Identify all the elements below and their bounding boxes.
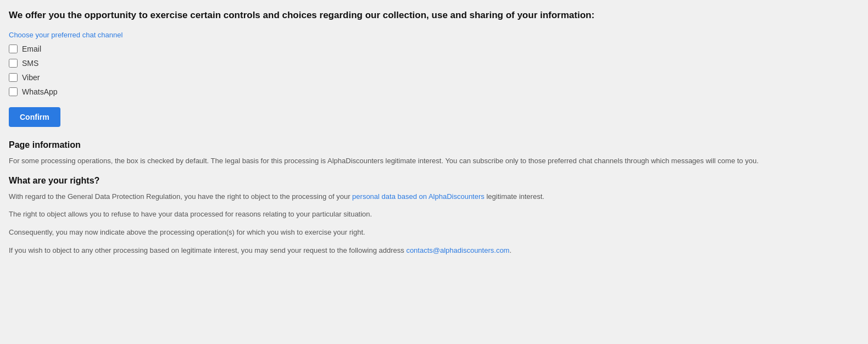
rights-text-4: If you wish to object to any other proce…: [9, 245, 859, 257]
confirm-button[interactable]: Confirm: [9, 107, 60, 127]
checkbox-email[interactable]: Email: [9, 45, 859, 53]
page-info-text-content: For some processing operations, the box …: [9, 157, 759, 165]
checkbox-email-input[interactable]: [9, 45, 18, 53]
rights-text-4-end: .: [509, 246, 511, 254]
page-info-text: For some processing operations, the box …: [9, 156, 859, 167]
rights-text-2: The right to object allows you to refuse…: [9, 209, 859, 220]
checkbox-whatsapp-input[interactable]: [9, 87, 18, 96]
rights-title: What are your rights?: [9, 176, 859, 186]
rights-text-4-part1: If you wish to object to any other proce…: [9, 246, 404, 254]
checkbox-whatsapp[interactable]: WhatsApp: [9, 87, 859, 96]
checkbox-sms-label: SMS: [22, 59, 38, 68]
main-heading: We offer you the opportunity to exercise…: [9, 9, 859, 22]
checkbox-viber[interactable]: Viber: [9, 73, 859, 82]
rights-text-1-highlight: personal data based on: [352, 192, 427, 201]
checkbox-sms[interactable]: SMS: [9, 59, 859, 68]
checkbox-whatsapp-label: WhatsApp: [22, 87, 58, 96]
checkbox-group: Email SMS Viber WhatsApp: [9, 45, 859, 96]
checkbox-viber-input[interactable]: [9, 73, 18, 82]
rights-email-link[interactable]: contacts@alphadiscounters.com: [406, 246, 509, 254]
checkbox-sms-input[interactable]: [9, 59, 18, 68]
checkbox-viber-label: Viber: [22, 73, 40, 82]
choose-channel-label: Choose your preferred chat channel: [9, 31, 859, 39]
page-info-title: Page information: [9, 140, 859, 150]
rights-text-1: With regard to the General Data Protecti…: [9, 191, 859, 203]
rights-text-1-link[interactable]: AlphaDiscounters: [429, 192, 485, 201]
rights-text-3: Consequently, you may now indicate above…: [9, 227, 859, 238]
checkbox-email-label: Email: [22, 45, 41, 53]
